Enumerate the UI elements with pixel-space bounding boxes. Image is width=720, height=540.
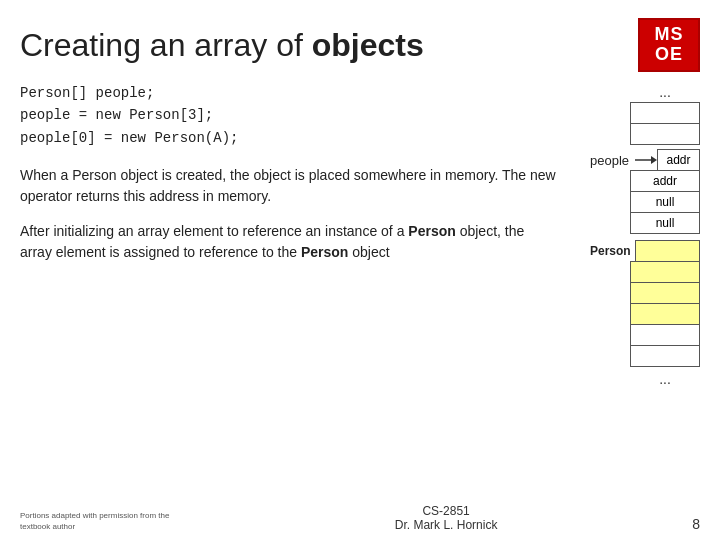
para2-text1: After initializing an array element to r… bbox=[20, 223, 408, 239]
title-prefix: Creating an array of bbox=[20, 27, 312, 63]
title-bar: Creating an array of objects MS OE bbox=[0, 0, 720, 82]
mem-cell-below-2 bbox=[630, 345, 700, 367]
footer-course: CS-2851 bbox=[395, 504, 498, 518]
para2-text3: object bbox=[348, 244, 389, 260]
footer-footnote: Portions adapted with permission from th… bbox=[20, 511, 200, 532]
person-label: Person bbox=[590, 244, 631, 258]
para2-bold2: Person bbox=[301, 244, 348, 260]
mem-cell-null1: null bbox=[630, 191, 700, 213]
mem-cell-addr2: addr bbox=[630, 170, 700, 192]
page-title: Creating an array of objects bbox=[20, 27, 424, 64]
dots-bottom: ... bbox=[630, 371, 700, 387]
diagram-area: ... people addr addr bbox=[590, 82, 700, 389]
mem-cell-empty-2 bbox=[630, 123, 700, 145]
footer-instructor: Dr. Mark L. Hornick bbox=[395, 518, 498, 532]
code-block: Person[] people; people = new Person[3];… bbox=[20, 82, 560, 149]
title-bold: objects bbox=[312, 27, 424, 63]
footer-page: 8 bbox=[692, 516, 700, 532]
footer-center: CS-2851 Dr. Mark L. Hornick bbox=[395, 504, 498, 532]
mem-cell-person-3 bbox=[630, 282, 700, 304]
mem-cell-person-1 bbox=[635, 240, 700, 262]
dots-top: ... bbox=[630, 84, 700, 100]
footer: Portions adapted with permission from th… bbox=[0, 504, 720, 532]
mem-cell-person-2 bbox=[630, 261, 700, 283]
logo-line2: OE bbox=[655, 45, 683, 65]
para1-text: When a Person object is created, the obj… bbox=[20, 167, 556, 204]
memory-diagram: ... people addr addr bbox=[580, 82, 700, 389]
paragraph-1: When a Person object is created, the obj… bbox=[20, 165, 560, 207]
mem-cell-empty-1 bbox=[630, 102, 700, 124]
paragraph-2: After initializing an array element to r… bbox=[20, 221, 560, 263]
msoe-logo: MS OE bbox=[638, 18, 700, 72]
arrow-icon bbox=[635, 149, 657, 171]
logo-line1: MS bbox=[655, 25, 684, 45]
people-addr-row: people addr bbox=[590, 149, 700, 171]
code-line-3: people[0] = new Person(A); bbox=[20, 127, 560, 149]
people-label: people bbox=[590, 153, 629, 168]
person-row: Person bbox=[590, 240, 700, 262]
code-line-2: people = new Person[3]; bbox=[20, 104, 560, 126]
main-content: Person[] people; people = new Person[3];… bbox=[0, 82, 720, 389]
para2-bold1: Person bbox=[408, 223, 455, 239]
mem-cell-below-1 bbox=[630, 324, 700, 346]
left-column: Person[] people; people = new Person[3];… bbox=[20, 82, 580, 389]
mem-cell-person-4 bbox=[630, 303, 700, 325]
mem-cell-addr: addr bbox=[657, 149, 700, 171]
code-line-1: Person[] people; bbox=[20, 82, 560, 104]
mem-cell-null2: null bbox=[630, 212, 700, 234]
